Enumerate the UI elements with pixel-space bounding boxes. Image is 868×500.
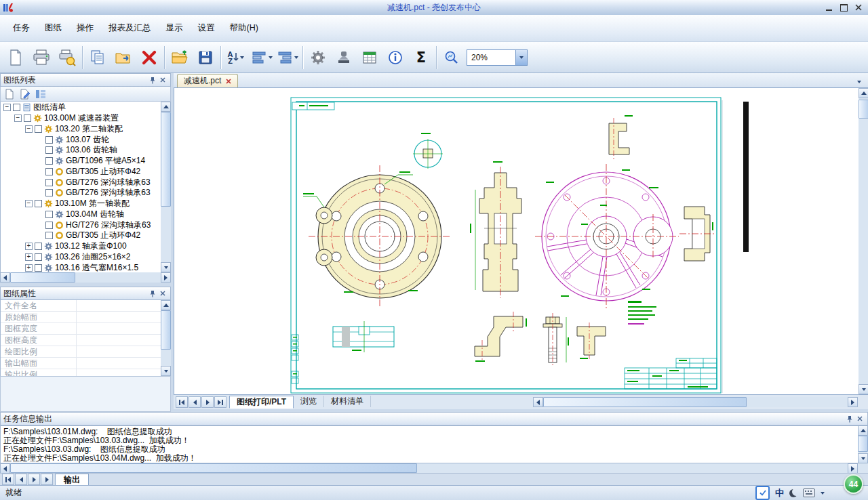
summary-button[interactable]: Σ	[408, 44, 434, 71]
zoom-dropdown-arrow[interactable]	[515, 50, 527, 65]
tree-checkbox[interactable]	[35, 264, 42, 272]
list-refresh-button[interactable]	[18, 88, 32, 100]
arrange-button[interactable]	[249, 44, 275, 71]
output-horizontal-scrollbar[interactable]	[0, 463, 858, 473]
tree-checkbox[interactable]	[45, 157, 53, 165]
align-dropdown-arrow[interactable]	[294, 56, 298, 59]
sort-dropdown-arrow[interactable]	[240, 56, 244, 59]
tree-item[interactable]: −图纸清单	[1, 102, 161, 113]
keyboard-icon[interactable]	[803, 488, 815, 497]
add-drawings-button[interactable]	[85, 44, 111, 71]
maximize-button[interactable]	[836, 1, 851, 14]
drawing-tree[interactable]: −图纸清单−103.00M 减速器装置−103.20 第二轴装配103.07 齿…	[0, 102, 161, 272]
view-tab-1[interactable]: 浏览	[294, 396, 324, 407]
bom-table-button[interactable]	[357, 44, 382, 71]
close-panel-button[interactable]	[157, 289, 167, 299]
close-panel-button[interactable]	[854, 414, 865, 424]
properties-vertical-scrollbar[interactable]	[161, 300, 171, 376]
first-tab-button[interactable]	[176, 396, 188, 408]
scrollbar-thumb[interactable]	[858, 436, 868, 452]
arrange-dropdown-arrow[interactable]	[269, 56, 273, 59]
scrollbar-thumb[interactable]	[161, 112, 171, 207]
tree-item[interactable]: GB/T305 止动环Φ42	[1, 167, 161, 178]
view-tab-0[interactable]: 图纸打印/PLT	[229, 396, 294, 409]
pin-button[interactable]	[147, 289, 157, 299]
language-bar-options-arrow[interactable]	[821, 492, 825, 495]
zoom-button[interactable]	[439, 44, 465, 71]
scrollbar-thumb[interactable]	[10, 463, 417, 473]
zoom-level-combobox[interactable]: 20%	[467, 49, 528, 66]
scroll-down-button[interactable]	[161, 366, 171, 376]
ime-language-indicator[interactable]: 中	[775, 487, 784, 499]
insert-folder-button[interactable]	[111, 44, 136, 71]
tree-item[interactable]: GB/T305 止动环Φ42	[1, 230, 161, 241]
tree-item[interactable]: 103.06 齿轮轴	[1, 145, 161, 156]
tree-item[interactable]: +103.16 透气塞M16×1.5	[1, 262, 161, 272]
tree-checkbox[interactable]	[35, 125, 42, 133]
first-tab-button[interactable]	[2, 474, 14, 485]
next-tab-button[interactable]	[201, 396, 214, 408]
canvas-horizontal-scrollbar[interactable]	[533, 397, 858, 407]
tree-checkbox[interactable]	[45, 222, 53, 229]
last-tab-button[interactable]	[41, 474, 53, 485]
scroll-down-button[interactable]	[859, 384, 868, 394]
output-tab[interactable]: 输出	[55, 474, 89, 486]
scrollbar-thumb[interactable]	[161, 310, 171, 350]
open-project-button[interactable]	[167, 44, 193, 71]
close-button[interactable]	[851, 1, 866, 14]
tree-expander[interactable]: −	[14, 114, 22, 122]
tree-item[interactable]: 103.04M 齿轮轴	[1, 209, 161, 220]
tab-close-icon[interactable]	[226, 79, 231, 84]
prev-tab-button[interactable]	[15, 474, 27, 485]
tree-item[interactable]: −103.20 第二轴装配	[1, 124, 161, 135]
scroll-up-button[interactable]	[161, 102, 171, 112]
tree-item[interactable]: +103.12 轴承盖Φ100	[1, 241, 161, 252]
scroll-right-button[interactable]	[848, 463, 858, 474]
tree-expander[interactable]: +	[25, 264, 33, 272]
tree-checkbox[interactable]	[45, 189, 53, 196]
pin-button[interactable]	[844, 414, 854, 424]
delete-button[interactable]	[136, 44, 162, 71]
scrollbar-thumb[interactable]	[859, 100, 868, 119]
print-button[interactable]	[28, 44, 54, 71]
property-value[interactable]	[77, 358, 161, 369]
property-value[interactable]	[77, 300, 161, 311]
prev-tab-button[interactable]	[189, 396, 201, 408]
list-new-button[interactable]	[3, 88, 16, 100]
menu-item-5[interactable]: 设置	[191, 19, 222, 37]
language-bar-check-icon[interactable]	[755, 486, 770, 500]
property-value[interactable]	[77, 312, 161, 322]
property-value[interactable]	[77, 346, 161, 357]
scroll-up-button[interactable]	[161, 300, 171, 310]
drawing-viewport[interactable]	[174, 88, 868, 394]
tree-vertical-scrollbar[interactable]	[161, 102, 171, 272]
settings-button[interactable]	[305, 44, 331, 71]
info-button[interactable]	[382, 44, 408, 71]
scrollbar-thumb[interactable]	[543, 397, 747, 407]
tree-checkbox[interactable]	[45, 232, 53, 239]
minimize-button[interactable]	[821, 1, 836, 14]
tree-checkbox[interactable]	[13, 104, 20, 111]
menu-item-1[interactable]: 图纸	[37, 19, 69, 37]
speed-badge[interactable]: 44	[844, 474, 863, 494]
tree-checkbox[interactable]	[24, 114, 31, 122]
canvas-vertical-scrollbar[interactable]	[859, 88, 868, 394]
tree-item[interactable]: −103.00M 减速器装置	[1, 113, 161, 124]
menu-item-6[interactable]: 帮助(H)	[222, 19, 266, 37]
scroll-left-button[interactable]	[0, 272, 10, 283]
scroll-up-button[interactable]	[858, 425, 868, 436]
align-button[interactable]	[275, 44, 300, 71]
tree-item[interactable]: 103.07 齿轮	[1, 134, 161, 145]
menu-item-3[interactable]: 报表及汇总	[101, 19, 159, 37]
menu-item-2[interactable]: 操作	[69, 19, 101, 37]
tree-checkbox[interactable]	[45, 211, 53, 218]
tree-expander[interactable]: −	[25, 200, 33, 207]
drawing-canvas[interactable]	[174, 88, 859, 394]
list-view-button[interactable]	[34, 88, 47, 100]
scroll-left-button[interactable]	[533, 397, 543, 407]
next-tab-button[interactable]	[28, 474, 40, 485]
scroll-right-button[interactable]	[161, 272, 171, 283]
tab-list-dropdown[interactable]	[854, 77, 865, 87]
tree-item[interactable]: GB/T276 深沟球轴承63	[1, 188, 161, 199]
tree-item[interactable]: GB/T276 深沟球轴承63	[1, 177, 161, 188]
